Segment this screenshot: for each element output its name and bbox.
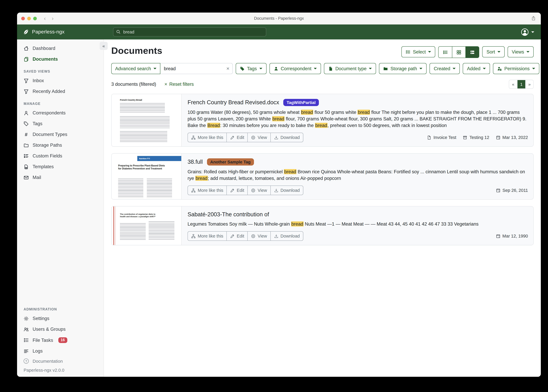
tag-badge[interactable]: TagWithPartial xyxy=(283,99,319,106)
main-content: « Documents Select xyxy=(104,39,541,377)
tags-filter-button[interactable]: Tags xyxy=(236,63,267,74)
download-button[interactable]: Download xyxy=(270,133,303,142)
sidebar-item-users-groups[interactable]: Users & Groups xyxy=(17,324,103,335)
created-date-meta[interactable]: Mar 12, 1990 xyxy=(496,234,528,238)
sidebar-item-logs[interactable]: Logs xyxy=(17,346,103,357)
document-thumbnail[interactable]: The contribution of vegetarian diets to … xyxy=(112,206,181,245)
sidebar-item-settings[interactable]: Settings xyxy=(17,313,103,324)
correspondent-filter-button[interactable]: Correspondent xyxy=(269,63,321,74)
more-like-this-label: More like this xyxy=(198,188,223,193)
created-date-meta[interactable]: Mar 13, 2022 xyxy=(496,135,528,140)
thumbnail-text-lines xyxy=(118,179,143,198)
chevron-down-icon xyxy=(531,31,534,33)
pagination-next[interactable]: » xyxy=(525,80,533,88)
more-like-this-button[interactable]: More like this xyxy=(188,133,227,142)
brand[interactable]: Paperless-ngx xyxy=(17,29,104,35)
zoom-window-button[interactable] xyxy=(33,17,37,20)
sidebar-item-templates[interactable]: Templates xyxy=(17,161,103,172)
document-thumbnail[interactable]: Nutrition FYI Preparing to Prescribe Pla… xyxy=(112,154,181,199)
minimize-window-button[interactable] xyxy=(27,17,31,20)
download-button[interactable]: Download xyxy=(270,186,303,195)
edit-button[interactable]: Edit xyxy=(227,186,247,195)
sidebar-item-file-tasks[interactable]: File Tasks 16 xyxy=(17,335,103,346)
sidebar-item-correspondents[interactable]: Correspondents xyxy=(17,108,103,118)
view-mode-detail[interactable] xyxy=(466,47,479,58)
pencil-icon xyxy=(230,188,235,193)
view-button[interactable]: View xyxy=(247,133,270,142)
document-thumbnail[interactable]: French Country Bread xyxy=(112,94,181,147)
sidebar-item-label: Tags xyxy=(33,121,43,126)
view-mode-list[interactable] xyxy=(439,47,452,58)
list-check-icon xyxy=(406,49,411,54)
folder-icon xyxy=(383,66,388,71)
tag-badge[interactable]: Another Sample Tag xyxy=(207,158,254,166)
sidebar-item-recently-added[interactable]: Recently Added xyxy=(17,86,103,97)
close-window-button[interactable] xyxy=(21,17,25,20)
paperless-leaf-icon xyxy=(23,29,29,35)
sidebar-item-storage-paths[interactable]: Storage Paths xyxy=(17,140,103,151)
select-label: Select xyxy=(413,49,426,55)
more-like-this-button[interactable]: More like this xyxy=(188,231,227,240)
detail-view-icon xyxy=(470,50,475,55)
advanced-search-button[interactable]: Advanced search xyxy=(111,63,160,74)
document-title[interactable]: Sabaté-2003-The contribution of xyxy=(187,211,269,218)
document-card-footer: More like this Edit View xyxy=(187,129,528,142)
sidebar-item-inbox[interactable]: Inbox xyxy=(17,75,103,86)
edit-label: Edit xyxy=(237,234,244,238)
document-title[interactable]: French Country Bread Revised.docx xyxy=(187,99,279,106)
created-filter-button[interactable]: Created xyxy=(430,63,460,74)
clear-query-icon[interactable]: × xyxy=(226,66,230,71)
document-type-meta[interactable]: Testing 12 xyxy=(463,135,489,140)
select-button[interactable]: Select xyxy=(402,46,435,57)
sidebar-item-mail[interactable]: Mail xyxy=(17,172,103,183)
added-filter-button[interactable]: Added xyxy=(463,63,490,74)
share-icon[interactable] xyxy=(531,16,536,21)
thumbnail-text-lines xyxy=(147,179,172,198)
edit-button[interactable]: Edit xyxy=(227,133,247,142)
sidebar-item-label: Templates xyxy=(33,164,54,169)
correspondent-meta[interactable]: Invoice Test xyxy=(427,135,456,140)
global-search-input[interactable] xyxy=(113,28,266,36)
filter-query-input[interactable] xyxy=(160,66,232,71)
views-button[interactable]: Views xyxy=(508,46,534,57)
file-tasks-badge: 16 xyxy=(58,337,67,343)
document-title[interactable]: 38.full xyxy=(187,159,203,165)
reset-filters-link[interactable]: × Reset filters xyxy=(165,82,194,87)
storage-path-filter-button[interactable]: Storage path xyxy=(379,63,427,74)
sidebar-item-dashboard[interactable]: Dashboard xyxy=(17,43,103,54)
created-date-meta[interactable]: Sep 26, 2011 xyxy=(496,188,528,193)
edit-button[interactable]: Edit xyxy=(227,231,247,240)
sort-button[interactable]: Sort xyxy=(482,46,505,57)
sidebar-item-document-types[interactable]: # Document Types xyxy=(17,129,103,140)
sidebar-item-documents[interactable]: Documents xyxy=(17,54,103,64)
back-icon[interactable]: ‹ xyxy=(44,16,46,21)
person-icon xyxy=(24,110,29,115)
permissions-filter-button[interactable]: Permissions xyxy=(493,63,539,74)
more-like-this-label: More like this xyxy=(198,234,223,238)
pagination: « 1 » xyxy=(509,80,534,89)
correspondent-value: Invoice Test xyxy=(433,135,456,140)
views-label: Views xyxy=(512,49,524,55)
similar-icon xyxy=(191,135,196,140)
sidebar-item-tags[interactable]: Tags xyxy=(17,118,103,129)
view-mode-toggle xyxy=(438,46,479,58)
download-button[interactable]: Download xyxy=(270,231,303,240)
user-menu[interactable] xyxy=(521,28,534,36)
similar-icon xyxy=(191,188,196,193)
document-count: 3 documents (filtered) xyxy=(111,82,156,87)
pagination-page-1[interactable]: 1 xyxy=(517,80,525,88)
correspondent-filter-label: Correspondent xyxy=(281,66,311,71)
pagination-prev[interactable]: « xyxy=(509,80,517,88)
forward-icon[interactable]: › xyxy=(52,16,54,21)
grid-view-icon xyxy=(457,50,461,55)
document-type-filter-button[interactable]: Document type xyxy=(324,63,376,74)
view-button[interactable]: View xyxy=(247,231,270,240)
view-button[interactable]: View xyxy=(247,186,270,195)
collapse-sidebar-button[interactable]: « xyxy=(100,42,108,50)
reset-filters-link-label: Reset filters xyxy=(169,82,194,87)
sidebar-item-custom-fields[interactable]: Custom Fields xyxy=(17,151,103,161)
documentation-link[interactable]: ? Documentation xyxy=(17,357,103,366)
more-like-this-button[interactable]: More like this xyxy=(188,186,227,195)
people-icon xyxy=(24,327,29,332)
view-mode-grid[interactable] xyxy=(452,47,466,58)
